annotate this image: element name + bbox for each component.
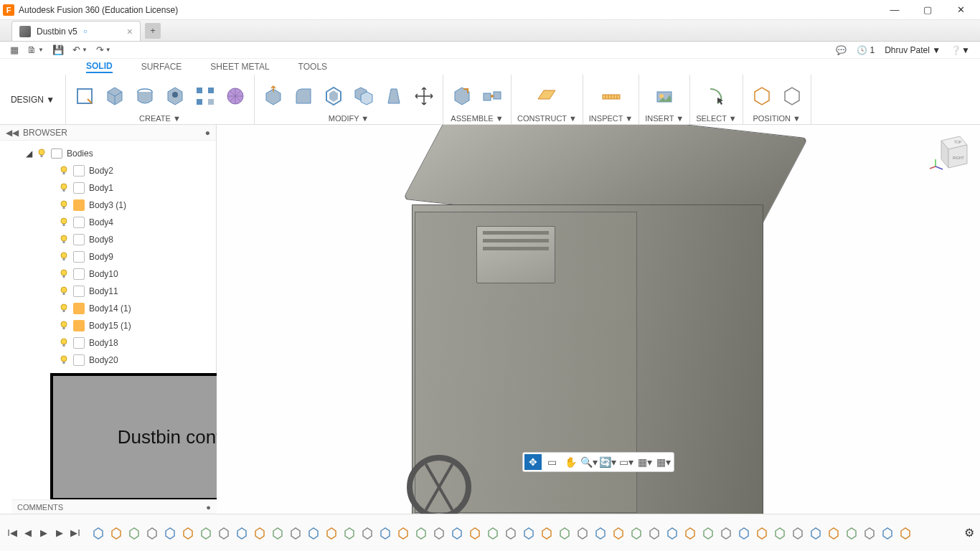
timeline-play-icon[interactable]: ▶: [37, 527, 50, 540]
box-tool-icon[interactable]: [102, 83, 128, 109]
sketch-icon[interactable]: [72, 83, 98, 109]
timeline-feature[interactable]: [359, 525, 375, 541]
tree-item[interactable]: Body1: [59, 179, 216, 197]
press-pull-icon[interactable]: [260, 83, 286, 109]
timeline-feature[interactable]: [485, 525, 501, 541]
browser-header[interactable]: ◀◀ BROWSER ●: [0, 125, 216, 141]
timeline-feature[interactable]: [897, 525, 913, 541]
visibility-icon[interactable]: [59, 183, 69, 193]
timeline-feature[interactable]: [682, 525, 698, 541]
visibility-icon[interactable]: [59, 217, 69, 227]
timeline-feature[interactable]: [611, 525, 626, 541]
tree-item[interactable]: Body14 (1): [59, 300, 216, 317]
pattern-icon[interactable]: [192, 83, 218, 109]
comments-bar[interactable]: COMMENTS ●: [11, 499, 217, 514]
timeline-feature[interactable]: [180, 525, 196, 541]
maximize-button[interactable]: ▢: [911, 0, 944, 20]
tree-item[interactable]: Body3 (1): [59, 197, 216, 214]
timeline-feature[interactable]: [539, 525, 555, 541]
document-tab[interactable]: Dustbin v5 ○ ×: [11, 21, 141, 41]
hole-icon[interactable]: [162, 83, 188, 109]
visibility-icon[interactable]: [59, 269, 69, 279]
timeline-feature[interactable]: [718, 525, 734, 541]
visibility-icon[interactable]: [59, 303, 69, 314]
visibility-icon[interactable]: [59, 286, 69, 296]
redo-button[interactable]: ↷▼: [96, 44, 111, 55]
timeline-feature[interactable]: [413, 525, 429, 541]
display-icon[interactable]: ▭▾: [618, 454, 635, 470]
close-tab-icon[interactable]: ×: [127, 26, 133, 37]
tree-item[interactable]: Body15 (1): [59, 317, 216, 334]
tree-item[interactable]: Body20: [59, 352, 216, 369]
tab-tools[interactable]: TOOLS: [298, 62, 327, 72]
new-tab-button[interactable]: +: [145, 23, 161, 39]
new-component-icon[interactable]: [449, 83, 475, 109]
timeline-feature[interactable]: [234, 525, 250, 541]
expand-icon[interactable]: ◢: [26, 149, 32, 159]
viewport-3d[interactable]: TOP RIGHT ✥ ▭ ✋ 🔍▾ 🔄▾ ▭▾ ▦▾ ▦▾: [217, 125, 980, 514]
timeline-feature[interactable]: [270, 525, 286, 541]
tree-item[interactable]: Body9: [59, 248, 216, 265]
look-at-icon[interactable]: ▭: [543, 454, 560, 470]
visibility-icon[interactable]: [59, 235, 69, 245]
timeline-feature[interactable]: [449, 525, 465, 541]
draft-icon[interactable]: [381, 83, 407, 109]
visibility-icon[interactable]: [59, 252, 69, 262]
help-icon[interactable]: ❔▼: [951, 45, 970, 55]
shell-icon[interactable]: [321, 83, 347, 109]
timeline-end-icon[interactable]: ▶I: [69, 527, 82, 540]
user-menu[interactable]: Dhruv Patel ▼: [885, 45, 941, 55]
timeline-feature[interactable]: [198, 525, 214, 541]
position-icon-2[interactable]: [779, 83, 805, 109]
timeline-feature[interactable]: [252, 525, 268, 541]
save-button[interactable]: 💾: [52, 44, 64, 55]
combine-icon[interactable]: [351, 83, 377, 109]
timeline-feature[interactable]: [395, 525, 411, 541]
timeline-feature[interactable]: [216, 525, 232, 541]
pan-icon[interactable]: ✋: [562, 454, 579, 470]
timeline-feature[interactable]: [862, 525, 877, 541]
visibility-icon[interactable]: [59, 200, 69, 210]
joint-icon[interactable]: [479, 83, 505, 109]
tree-item[interactable]: Body8: [59, 231, 216, 248]
timeline-feature[interactable]: [664, 525, 680, 541]
close-button[interactable]: ✕: [944, 0, 977, 20]
comments-add-icon[interactable]: ●: [206, 503, 211, 512]
revolve-icon[interactable]: [132, 83, 158, 109]
file-menu[interactable]: 🗎▼: [27, 44, 44, 55]
timeline-feature[interactable]: [790, 525, 806, 541]
timeline-feature[interactable]: [90, 525, 106, 541]
timeline-feature[interactable]: [126, 525, 142, 541]
undo-button[interactable]: ↶▼: [72, 44, 88, 55]
timeline-feature[interactable]: [772, 525, 788, 541]
timeline-feature[interactable]: [377, 525, 393, 541]
visibility-icon[interactable]: [59, 166, 69, 176]
timeline-feature[interactable]: [575, 525, 590, 541]
timeline-feature[interactable]: [341, 525, 357, 541]
timeline-start-icon[interactable]: I◀: [6, 527, 19, 540]
tab-surface[interactable]: SURFACE: [141, 62, 182, 72]
tree-item[interactable]: Body10: [59, 265, 216, 283]
browser-options-icon[interactable]: ●: [205, 128, 210, 138]
workspace-switcher[interactable]: DESIGN ▼: [0, 75, 66, 124]
timeline-feature[interactable]: [754, 525, 770, 541]
timeline-feature[interactable]: [431, 525, 447, 541]
timeline-feature[interactable]: [628, 525, 644, 541]
timeline-feature[interactable]: [808, 525, 824, 541]
tree-item[interactable]: Body4: [59, 214, 216, 231]
visibility-icon[interactable]: [37, 149, 47, 159]
timeline-feature[interactable]: [826, 525, 842, 541]
timeline-feature[interactable]: [144, 525, 160, 541]
timeline-feature[interactable]: [700, 525, 716, 541]
view-cube[interactable]: TOP RIGHT: [928, 131, 974, 176]
tree-item[interactable]: Body18: [59, 334, 216, 352]
form-icon[interactable]: [222, 83, 248, 109]
move-icon[interactable]: [411, 83, 437, 109]
minimize-button[interactable]: —: [878, 0, 911, 20]
timeline-track[interactable]: [90, 525, 961, 541]
measure-icon[interactable]: [598, 83, 624, 109]
orbit-icon[interactable]: ✥: [524, 454, 542, 470]
timeline-feature[interactable]: [593, 525, 608, 541]
viewports-icon[interactable]: ▦▾: [655, 454, 672, 470]
visibility-icon[interactable]: [59, 321, 69, 331]
